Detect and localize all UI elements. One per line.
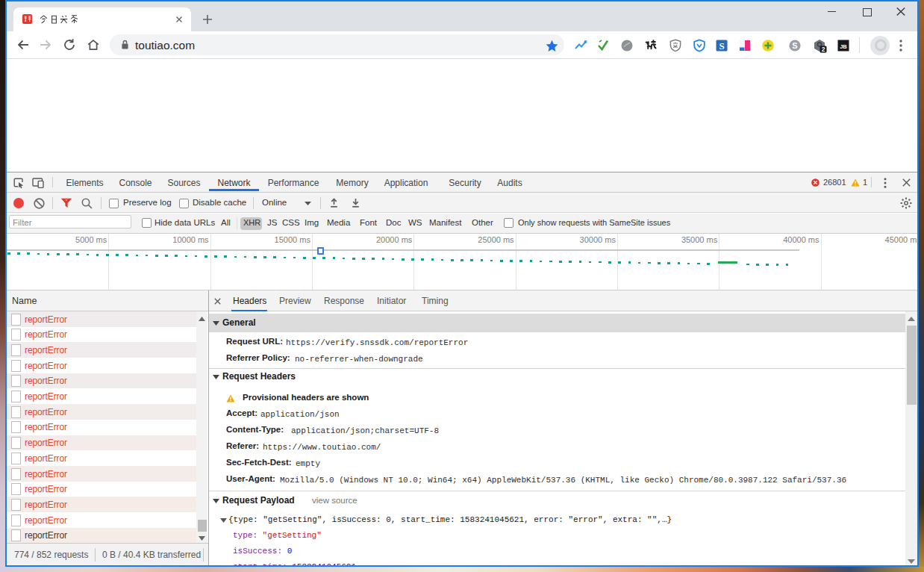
svg-text:JB: JB (840, 43, 847, 50)
svg-text:S: S (792, 41, 797, 50)
svg-text:2: 2 (822, 46, 825, 53)
svg-text:S: S (719, 40, 724, 52)
